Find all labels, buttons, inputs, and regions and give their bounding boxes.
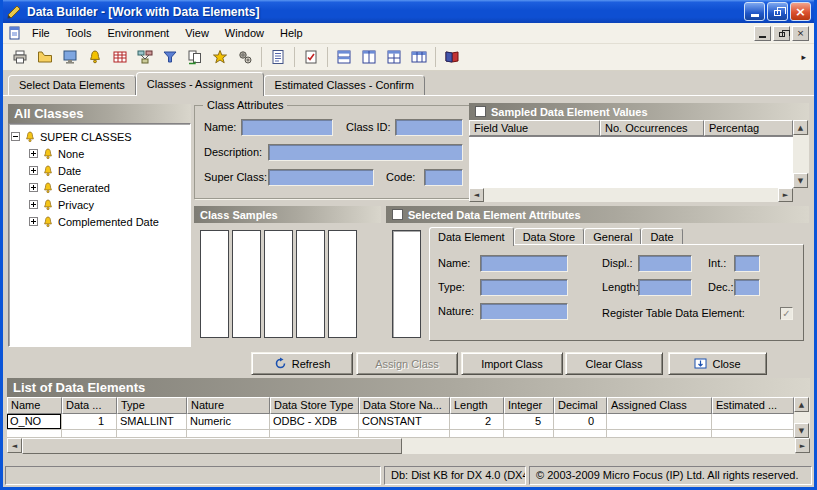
mdi-minimize-button[interactable] (754, 26, 771, 41)
cell-name[interactable]: O_NO (7, 414, 62, 430)
cell-nature[interactable]: Numeric (187, 414, 270, 430)
column-header-decimal[interactable]: Decimal (554, 397, 607, 414)
report-button[interactable] (266, 45, 290, 69)
menu-window[interactable]: Window (217, 24, 272, 43)
print-button[interactable] (8, 45, 32, 69)
cell-data-store-type[interactable]: ODBC - XDB (270, 414, 359, 430)
menu-file[interactable]: File (24, 24, 58, 43)
cell[interactable] (504, 430, 554, 438)
column-header-integer[interactable]: Integer (504, 397, 554, 414)
cell[interactable] (607, 430, 712, 438)
register-table-checkbox[interactable]: ✓ (780, 307, 793, 320)
tab-estimated-classes-confirm[interactable]: Estimated Classes - Confirm (264, 75, 425, 95)
cell-integer[interactable]: 5 (504, 414, 554, 430)
column-header-no-occurrences[interactable]: No. Occurrences (600, 120, 704, 136)
cell-data-number[interactable]: 1 (62, 414, 117, 430)
cell[interactable] (450, 430, 504, 438)
sampled-values-list[interactable] (469, 136, 793, 188)
super-class-field[interactable] (268, 169, 374, 186)
column-header-assigned-class[interactable]: Assigned Class (607, 397, 712, 414)
tab-data-element[interactable]: Data Element (429, 227, 514, 246)
scrollbar-thumb[interactable] (22, 438, 402, 454)
scroll-up-icon[interactable]: ▲ (794, 397, 809, 412)
scroll-down-icon[interactable]: ▼ (793, 173, 808, 188)
column-header-estimated[interactable]: Estimated ... (712, 397, 794, 414)
scroll-down-icon[interactable]: ▼ (794, 423, 809, 438)
minimize-button[interactable] (744, 2, 765, 21)
toolbar-overflow-icon[interactable]: ▸ (801, 52, 809, 62)
cell[interactable] (62, 430, 117, 438)
scrollbar-track[interactable] (794, 412, 810, 423)
expand-icon[interactable] (29, 217, 38, 226)
cell[interactable] (712, 430, 794, 438)
cell-estimated[interactable] (712, 414, 794, 430)
column-layout-button[interactable] (407, 45, 431, 69)
cell-assigned-class[interactable] (607, 414, 712, 430)
close-button[interactable]: × (790, 2, 811, 21)
expand-icon[interactable] (29, 149, 38, 158)
data-grid-button[interactable] (108, 45, 132, 69)
class-id-field[interactable] (395, 119, 463, 136)
scrollbar-track[interactable] (484, 188, 778, 202)
filter-button[interactable] (158, 45, 182, 69)
sample-column[interactable] (232, 230, 261, 338)
sample-column[interactable] (200, 230, 229, 338)
cell-decimal[interactable]: 0 (554, 414, 607, 430)
column-header-data-store-type[interactable]: Data Store Type (270, 397, 359, 414)
open-folder-button[interactable] (33, 45, 57, 69)
selected-attributes-checkbox[interactable] (392, 209, 403, 220)
copy-elements-button[interactable] (183, 45, 207, 69)
attr-displ-field[interactable] (638, 255, 692, 272)
sampled-values-vscrollbar[interactable]: ▲ ▼ (793, 120, 809, 188)
cell[interactable] (117, 430, 187, 438)
tree-node-privacy[interactable]: Privacy (11, 196, 188, 213)
scroll-up-icon[interactable]: ▲ (793, 120, 808, 135)
clear-class-button[interactable]: Clear Class (565, 352, 663, 375)
menu-tools[interactable]: Tools (58, 24, 100, 43)
close-panel-button[interactable]: Close (668, 352, 767, 375)
menu-view[interactable]: View (177, 24, 217, 43)
attr-type-field[interactable] (480, 279, 568, 296)
column-header-data-store-name[interactable]: Data Store Na... (359, 397, 450, 414)
collapse-icon[interactable] (11, 132, 20, 141)
tile-vertical-button[interactable] (357, 45, 381, 69)
table-vscrollbar[interactable]: ▲ ▼ (794, 397, 810, 438)
scroll-right-icon[interactable]: ► (795, 438, 810, 453)
schema-button[interactable] (133, 45, 157, 69)
cell-type[interactable]: SMALLINT (117, 414, 187, 430)
wizard-button[interactable] (208, 45, 232, 69)
table-row-partial[interactable] (7, 430, 794, 438)
tree-node-generated[interactable]: Generated (11, 179, 188, 196)
column-header-field-value[interactable]: Field Value (469, 120, 600, 136)
tree-node-date[interactable]: Date (11, 162, 188, 179)
description-field[interactable] (268, 144, 463, 161)
cell-data-store-name[interactable]: CONSTANT (359, 414, 450, 430)
tab-general[interactable]: General (584, 228, 641, 245)
import-class-button[interactable]: Import Class (461, 352, 563, 375)
tab-classes-assignment[interactable]: Classes - Assignment (136, 72, 264, 96)
sample-column[interactable] (328, 230, 357, 338)
sampled-values-hscrollbar[interactable]: ◄ ► (469, 188, 793, 202)
expand-icon[interactable] (29, 166, 38, 175)
tab-data-store[interactable]: Data Store (514, 228, 585, 245)
scroll-right-icon[interactable]: ► (778, 188, 793, 202)
column-header-nature[interactable]: Nature (187, 397, 270, 414)
attr-nature-field[interactable] (480, 303, 568, 320)
expand-icon[interactable] (29, 200, 38, 209)
refresh-button[interactable]: Refresh (251, 352, 353, 375)
class-name-field[interactable] (241, 119, 333, 136)
sample-column[interactable] (264, 230, 293, 338)
table-row[interactable]: O_NO 1 SMALLINT Numeric ODBC - XDB CONST… (7, 414, 794, 430)
tab-date[interactable]: Date (641, 228, 682, 245)
attr-length-field[interactable] (638, 279, 692, 296)
cell[interactable] (187, 430, 270, 438)
tree-node-super-classes[interactable]: SUPER CLASSES (11, 128, 188, 145)
column-header-data-number[interactable]: Data ... (62, 397, 117, 414)
scroll-left-icon[interactable]: ◄ (469, 188, 484, 202)
mdi-close-button[interactable]: × (792, 26, 809, 41)
column-header-percentage[interactable]: Percentag (704, 120, 793, 136)
tree-node-none[interactable]: None (11, 145, 188, 162)
settings-button[interactable] (233, 45, 257, 69)
tile-horizontal-button[interactable] (332, 45, 356, 69)
attr-int-field[interactable] (734, 255, 760, 272)
